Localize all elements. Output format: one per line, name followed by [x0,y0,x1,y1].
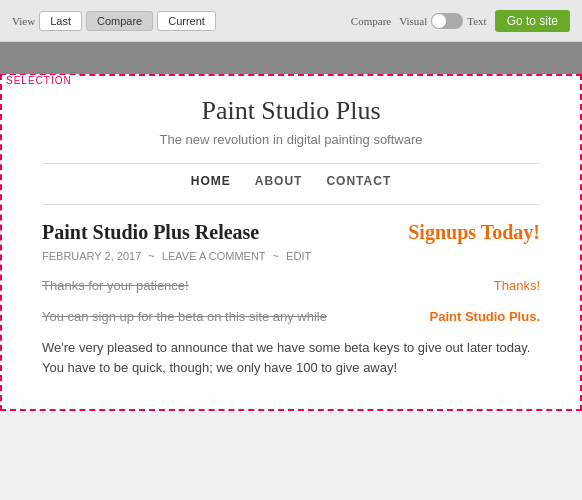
go-to-site-button[interactable]: Go to site [495,10,570,32]
post-meta: FEBRUARY 2, 2017 ~ LEAVE A COMMENT ~ EDI… [42,250,540,262]
post-date: FEBRUARY 2, 2017 [42,250,141,262]
post-line3-text: We're very pleased to announce that we h… [42,340,530,376]
visual-label: Visual [399,15,427,27]
post-line2-overlay: Paint Studio Plus. [429,307,540,328]
nav-home[interactable]: HOME [191,174,231,188]
site-tagline: The new revolution in digital painting s… [42,132,540,147]
selection-label: SELECTION [2,75,76,86]
top-divider [42,163,540,164]
compare-section-label: Compare [351,15,391,27]
site-content: Paint Studio Plus The new revolution in … [2,76,580,409]
compare-button[interactable]: Compare [86,11,153,31]
post-line1: Thanks for your patience! Thanks! [42,276,540,297]
nav-about[interactable]: ABOUT [255,174,303,188]
post-line2: You can sign up for the beta on this sit… [42,307,540,328]
toolbar-left: View Last Compare Current [12,11,216,31]
post-title-main: Paint Studio Plus Release [42,221,259,243]
nav-divider [42,204,540,205]
post-line2-strikethrough: You can sign up for the beta on this sit… [42,309,327,324]
toggle-track[interactable] [431,13,463,29]
text-label: Text [467,15,486,27]
current-button[interactable]: Current [157,11,216,31]
last-button[interactable]: Last [39,11,82,31]
post-line1-strikethrough: Thanks for your patience! [42,278,189,293]
toggle-group: Visual Text [399,13,486,29]
selection-box: SELECTION Paint Studio Plus The new revo… [0,74,582,411]
toggle-thumb [432,14,446,28]
toolbar-right: Compare Visual Text Go to site [351,10,570,32]
main-area: SELECTION Paint Studio Plus The new revo… [0,74,582,411]
view-label: View [12,15,35,27]
nav-contact[interactable]: CONTACT [326,174,391,188]
post-leave-comment[interactable]: LEAVE A COMMENT [162,250,266,262]
post-edit[interactable]: EDIT [286,250,311,262]
toolbar: View Last Compare Current Compare Visual… [0,0,582,42]
post-title-area: Paint Studio Plus Release Signups Today! [42,221,540,244]
post-line1-overlay: Thanks! [494,276,540,297]
post-sep2: ~ [273,250,279,262]
site-title: Paint Studio Plus [42,96,540,126]
post-sep1: ~ [148,250,154,262]
post-title-overlay: Signups Today! [408,221,540,244]
navigation: HOME ABOUT CONTACT [42,174,540,188]
gray-band [0,42,582,74]
post-line3: We're very pleased to announce that we h… [42,338,540,380]
